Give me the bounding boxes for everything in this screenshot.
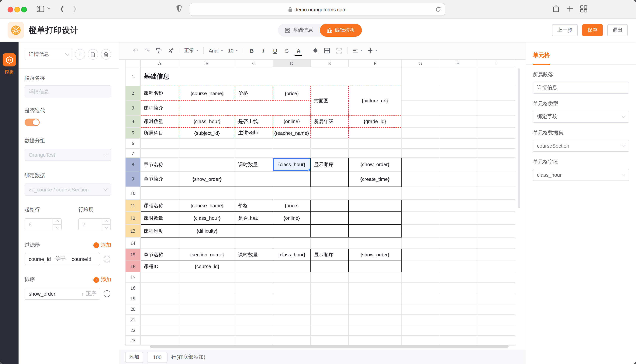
cell-F9[interactable]: {create_time} [348,171,401,187]
cell[interactable] [401,115,439,128]
cell[interactable] [235,138,273,148]
cell[interactable] [235,314,273,325]
row-header-19[interactable]: 19 [125,293,140,304]
cell[interactable] [348,237,401,249]
url-bar[interactable]: demo.orangeforms.com [189,3,446,16]
strikethrough-button[interactable]: S [283,46,290,56]
reload-button[interactable] [435,6,441,13]
cell[interactable] [273,325,311,336]
cell[interactable] [348,272,401,283]
cell[interactable] [273,138,311,148]
cell[interactable] [235,336,273,345]
cell-E4[interactable]: 所属年级 [311,115,348,128]
cell[interactable] [348,187,401,200]
cell[interactable] [140,325,179,336]
row-count-input[interactable] [147,352,167,363]
cell[interactable] [235,148,273,158]
row-span-stepper[interactable] [78,218,111,230]
bind-data-select[interactable]: zz_course / courseSection [25,184,111,196]
cell[interactable] [401,212,439,224]
cell[interactable] [140,187,179,200]
exit-button[interactable]: 退出 [607,24,628,36]
cell[interactable] [401,261,439,272]
save-button[interactable]: 保存 [582,24,603,36]
cell[interactable] [348,314,401,325]
filter-item[interactable]: course_id 等于 courseId [25,253,100,265]
cell-A12[interactable]: 课时数量 [140,212,179,224]
cell[interactable] [401,249,439,261]
cell[interactable] [179,293,235,304]
cell-C13[interactable] [235,224,273,237]
cell[interactable] [348,138,401,148]
cell[interactable] [140,314,179,325]
cell[interactable] [179,237,235,249]
cell-A3[interactable]: 课程简介 [140,101,179,115]
forward-button[interactable] [73,5,77,13]
filter-remove-button[interactable]: − [104,256,110,262]
spin-down-icon[interactable] [53,224,61,230]
close-button[interactable] [8,6,13,12]
cell-field-select[interactable]: class_hour [533,169,629,181]
cell[interactable] [235,187,273,200]
new-tab-button[interactable] [566,5,573,12]
cell-C12[interactable]: 是否上线 [235,212,273,224]
cell[interactable] [273,237,311,249]
cell[interactable] [477,86,515,101]
column-header-A[interactable]: A [140,60,179,67]
cell[interactable] [235,304,273,314]
row-header-23[interactable]: 23 [125,336,140,345]
cell[interactable] [401,304,439,314]
cell-A11[interactable]: 课程名称 [140,200,179,212]
filter-add-button[interactable]: + 添加 [93,242,111,248]
row-header-10[interactable]: 10 [125,187,140,200]
merge-cells-button[interactable] [336,46,342,56]
cell[interactable] [439,283,477,293]
cell[interactable] [477,325,515,336]
column-header-C[interactable]: C [235,60,273,67]
cell[interactable] [439,224,477,237]
cell-C11[interactable]: 价格 [235,200,273,212]
row-header-11[interactable]: 11 [125,200,140,212]
paragraph-name-input[interactable] [25,85,111,98]
cell[interactable] [439,158,477,171]
sidebar-chevron-icon[interactable] [47,7,51,10]
cell-B15[interactable]: {section_name} [179,249,235,261]
cell-D2[interactable]: {price} [273,86,311,101]
sort-item[interactable]: show_order ↑ 正序 [25,288,100,300]
cell[interactable] [401,171,439,187]
borders-button[interactable] [324,46,331,56]
cell[interactable] [311,336,348,345]
cell[interactable] [311,187,348,200]
cell-E15[interactable]: 显示顺序 [311,249,348,261]
cell-E2[interactable]: 封面图 [311,86,348,115]
cell-C4[interactable]: 是否上线 [235,115,273,128]
paint-format-button[interactable] [155,46,162,56]
cell[interactable] [439,138,477,148]
row-header-22[interactable]: 22 [125,325,140,336]
row-header-8[interactable]: 8 [125,158,140,171]
cell[interactable] [273,314,311,325]
cell[interactable] [273,148,311,158]
row-header-9[interactable]: 9 [125,171,140,187]
horizontal-scrollbar[interactable] [150,345,509,348]
cell-F2[interactable]: {picture_url} [348,86,401,115]
cell-F15[interactable]: {show_order} [348,249,401,261]
align-select[interactable] [353,48,363,53]
row-header-15[interactable]: 15 [125,249,140,261]
cell-B3[interactable] [179,101,311,115]
row-header-12[interactable]: 12 [125,212,140,224]
cell[interactable] [477,212,515,224]
cell[interactable] [311,293,348,304]
cell-D11[interactable]: {price} [273,200,311,212]
cell-B16[interactable]: {course_id} [179,261,235,272]
redo-button[interactable]: ↷ [144,46,150,56]
row-header-3[interactable]: 3 [125,101,140,115]
cell[interactable] [477,67,515,86]
row-header-2[interactable]: 2 [125,86,140,101]
tab-overview-button[interactable] [580,5,587,12]
cell-A5[interactable]: 所属科目 [140,128,179,138]
cell[interactable] [439,212,477,224]
cell[interactable] [439,200,477,212]
section-select[interactable]: 详情信息 [25,49,72,60]
cell[interactable] [439,148,477,158]
